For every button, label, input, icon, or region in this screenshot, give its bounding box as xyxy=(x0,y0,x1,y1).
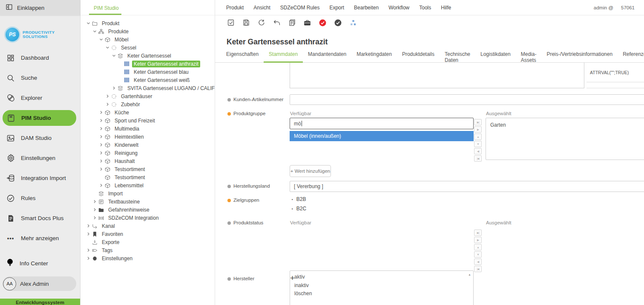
tab-eigenschaften[interactable]: Eigenschaften xyxy=(221,49,264,63)
tree-node-produkt[interactable]: Produkt xyxy=(80,19,215,27)
tree-node-möbel[interactable]: Möbel xyxy=(80,35,215,44)
formula-editor-box[interactable] xyxy=(290,63,584,88)
move-up-button[interactable]: ▲ xyxy=(474,134,482,140)
redo-circle-icon[interactable] xyxy=(257,19,265,27)
menu-sdzecom-rules[interactable]: SDZeCOM Rules xyxy=(280,5,320,11)
expander-open-icon[interactable] xyxy=(104,45,110,51)
tab-produktdetails[interactable]: Produktdetails xyxy=(397,49,440,63)
move-left-button[interactable]: ◀ xyxy=(474,259,482,265)
expander-closed-icon[interactable] xyxy=(85,231,91,237)
move-left-button[interactable]: ◀ xyxy=(474,148,482,154)
tree-node-svita-gartensessel-lugano-california[interactable]: SVITA Gartensessel LUGANO / CALIFORNIA xyxy=(80,84,215,92)
move-right-button[interactable]: ▶ xyxy=(474,126,482,133)
expander-closed-icon[interactable] xyxy=(98,183,104,189)
scroll-up-icon[interactable]: ▲ xyxy=(468,273,471,276)
menu-hilfe[interactable]: Hilfe xyxy=(441,5,451,11)
expander-closed-icon[interactable] xyxy=(92,199,98,205)
tab-stammdaten[interactable]: Stammdaten xyxy=(264,49,303,63)
tree-node-keter-gartensessel-blau[interactable]: Keter Gartensessel blau xyxy=(80,68,215,76)
menu-export[interactable]: Export xyxy=(329,5,344,11)
tree-node-zubehör[interactable]: Zubehör xyxy=(80,100,215,108)
expander-closed-icon[interactable] xyxy=(104,93,110,99)
sidebar-item-dashboard[interactable]: Dashboard xyxy=(0,48,80,68)
copy-document-icon[interactable] xyxy=(288,19,296,27)
move-down-button[interactable]: ▼ xyxy=(474,141,482,147)
sidebar-item-mehr-anzeigen[interactable]: •••Mehr anzeigen xyxy=(0,228,80,248)
tab-mandantendaten[interactable]: Mandantendaten xyxy=(303,49,351,63)
expander-closed-icon[interactable] xyxy=(92,207,98,213)
tab-referenzen[interactable]: Referenzen xyxy=(618,49,644,63)
dark-check-circle-icon[interactable] xyxy=(334,19,342,27)
move-up-button[interactable]: ▲ xyxy=(474,244,482,250)
selected-item-garten[interactable]: Garten xyxy=(486,118,644,130)
expander-open-icon[interactable] xyxy=(111,53,117,59)
sidebar-item-einstellungen[interactable]: Einstellungen xyxy=(0,148,80,168)
menu-bearbeiten[interactable]: Bearbeiten xyxy=(354,5,379,11)
save-icon[interactable] xyxy=(242,19,250,27)
expander-closed-icon[interactable] xyxy=(104,102,110,107)
tree-node-favoriten[interactable]: Favoriten xyxy=(80,230,215,238)
tab-marketingdaten[interactable]: Marketingdaten xyxy=(351,49,397,63)
tab-logistikdaten[interactable]: Logistikdaten xyxy=(475,49,516,63)
tree-node-testsortiment[interactable]: Testsortiment xyxy=(80,165,215,173)
expander-closed-icon[interactable] xyxy=(85,247,91,253)
menu-workflow[interactable]: Workflow xyxy=(388,5,409,11)
menu-produkt[interactable]: Produkt xyxy=(226,5,244,11)
tree-node-multimedia[interactable]: Multimedia xyxy=(80,125,215,133)
expander-open-icon[interactable] xyxy=(98,37,104,43)
expander-closed-icon[interactable] xyxy=(98,158,104,164)
expander-closed-icon[interactable] xyxy=(85,256,91,261)
menu-tools[interactable]: Tools xyxy=(419,5,431,11)
produktgruppe-search-input[interactable]: mö xyxy=(290,118,474,129)
tree-node-küche[interactable]: Küche xyxy=(80,108,215,116)
move-all-right-button[interactable]: ▶| xyxy=(474,229,482,236)
sidebar-item-pim-studio[interactable]: PIM Studio xyxy=(3,110,76,126)
tree-tab-pim-studio[interactable]: PIM Studio xyxy=(94,5,119,11)
collapse-sidebar-button[interactable]: Einklappen xyxy=(0,0,80,15)
sidebar-item-rules[interactable]: Rules xyxy=(0,188,80,208)
tree-node-haushalt[interactable]: Haushalt xyxy=(80,157,215,165)
tree-node-einstellungen[interactable]: Einstellungen xyxy=(80,254,215,262)
move-all-left-button[interactable]: |◀ xyxy=(474,266,482,272)
tree-node-import[interactable]: Import xyxy=(80,189,215,198)
move-right-button[interactable]: ▶ xyxy=(474,237,482,243)
move-all-left-button[interactable]: |◀ xyxy=(474,155,482,162)
tree-node-kinderwelt[interactable]: Kinderwelt xyxy=(80,141,215,149)
sidebar-item-suche[interactable]: Suche xyxy=(0,68,80,88)
tab-preis-vertriebsinformationen[interactable]: Preis-/Vertriebsinformationen xyxy=(541,49,618,63)
expander-open-icon[interactable] xyxy=(92,29,98,35)
herstellungsland-input[interactable]: [ Vererbung ] xyxy=(290,181,644,192)
formula-cell[interactable]: ATTRVAL("";TRUE) xyxy=(586,63,644,82)
option-inaktiv[interactable]: inaktiv xyxy=(290,282,473,290)
tree-node-sdzecom-integration[interactable]: SDZeCOM Integration xyxy=(80,214,215,222)
expander-closed-icon[interactable] xyxy=(98,118,104,124)
hersteller-add-button[interactable]: + xyxy=(290,275,295,282)
sidebar-item-dam-studio[interactable]: DAM Studio xyxy=(0,128,80,148)
tree-node-exporte[interactable]: Exporte xyxy=(80,238,215,246)
tree-node-keter-gartensessel-anthrazit[interactable]: Keter Gartensessel anthrazit xyxy=(80,60,215,68)
save-check-icon[interactable] xyxy=(227,19,235,27)
tree-node-reinigung[interactable]: Reinigung xyxy=(80,149,215,157)
expander-open-icon[interactable] xyxy=(85,20,91,26)
option-löschen[interactable]: löschen xyxy=(290,290,473,298)
tree-node-sessel[interactable]: Sessel xyxy=(80,44,215,52)
expander-closed-icon[interactable] xyxy=(98,126,104,132)
expander-closed-icon[interactable] xyxy=(92,215,98,221)
move-all-right-button[interactable]: ▶| xyxy=(474,119,482,125)
red-check-circle-icon[interactable] xyxy=(319,19,327,27)
sidebar-item-integration-import[interactable]: Integration Import xyxy=(0,168,80,188)
tab-media-assets[interactable]: Media-Assets xyxy=(516,49,542,63)
expander-closed-icon[interactable] xyxy=(98,134,104,140)
tree-node-keter-gartensessel[interactable]: Keter Gartensessel xyxy=(80,52,215,60)
produktstatus-available-list[interactable]: ▲ ▼ aktivinaktivlöschen xyxy=(290,270,474,305)
tree-node-gefahrenhinweise[interactable]: Gefahrenhinweise xyxy=(80,206,215,214)
expander-closed-icon[interactable] xyxy=(98,142,104,148)
tree-node-heimtextilien[interactable]: Heimtextilien xyxy=(80,133,215,141)
user-menu[interactable]: AA Alex Admin xyxy=(3,276,76,291)
sidebar-item-info-center[interactable]: Info Center xyxy=(0,255,80,272)
tree-node-sport-und-freizeit[interactable]: Sport und Freizeit xyxy=(80,116,215,125)
expander-closed-icon[interactable] xyxy=(111,85,117,91)
expander-closed-icon[interactable] xyxy=(98,150,104,156)
sidebar-item-smart-docs-plus[interactable]: Smart Docs Plus xyxy=(0,208,80,228)
tree-node-tags[interactable]: Tags xyxy=(80,246,215,254)
